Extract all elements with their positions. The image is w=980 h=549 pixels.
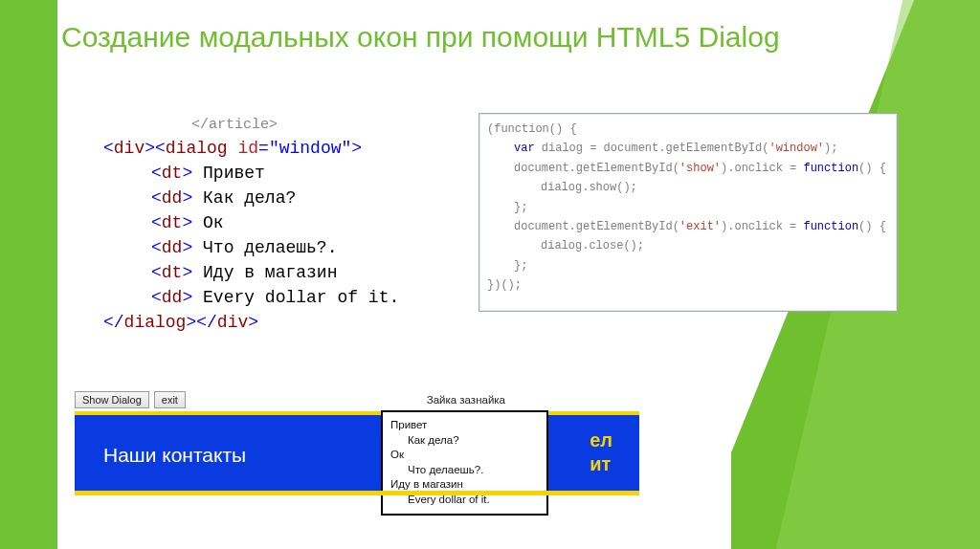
dialog-popup: Привет Как дела? Ок Что делаешь?. Иду в … — [381, 410, 548, 516]
show-dialog-button[interactable]: Show Dialog — [75, 391, 149, 408]
browser-preview: Show Dialog exit Зайка зазнайка Наши кон… — [75, 389, 639, 495]
banner-trail: елит — [590, 428, 612, 476]
code-line: <dt> Иду в магазин — [103, 260, 399, 285]
decoration-left — [0, 0, 57, 549]
dialog-dt: Иду в магазин — [390, 477, 539, 493]
code-line: dialog.close(); — [487, 236, 889, 255]
code-line: dialog.show(); — [487, 178, 889, 197]
code-line: <dd> Что делаешь?. — [103, 235, 399, 260]
code-line: </dialog></div> — [103, 310, 399, 335]
code-line: </article> — [103, 115, 399, 136]
dialog-dd: Every dollar of it. — [408, 493, 539, 508]
dialog-dd: Как дела? — [408, 433, 539, 449]
code-line: var dialog = document.getElementById('wi… — [487, 139, 889, 158]
code-line: (function() { — [487, 122, 577, 136]
code-line: }; — [487, 198, 889, 217]
dialog-dd: Что делаешь?. — [408, 463, 539, 478]
code-line: })(); — [487, 278, 522, 292]
code-line: <dt> Ок — [103, 210, 399, 235]
code-block-right: (function() { var dialog = document.getE… — [479, 113, 898, 312]
dialog-dt: Привет — [390, 418, 539, 433]
code-line: <div><dialog id="window"> — [103, 136, 399, 161]
dialog-dt: Ок — [390, 448, 539, 463]
banner-text: Наши контакты — [103, 444, 246, 467]
code-line: <dt> Привет — [103, 161, 399, 186]
code-line: <dd> Как дела? — [103, 186, 399, 210]
code-line: <dd> Every dollar of it. — [103, 285, 399, 310]
slide-container: Создание модальных окон при помощи HTML5… — [0, 0, 980, 549]
preview-toolbar: Show Dialog exit Зайка зазнайка — [75, 389, 639, 411]
code-block-left: </article> <div><dialog id="window"> <dt… — [103, 115, 399, 336]
preview-heading: Зайка зазнайка — [427, 394, 505, 406]
code-line: }; — [487, 256, 889, 275]
blue-banner: Наши контакты елит Привет Как дела? Ок Ч… — [75, 411, 639, 495]
slide-title: Создание модальных окон при помощи HTML5… — [61, 19, 780, 55]
exit-button[interactable]: exit — [154, 391, 186, 408]
code-line: document.getElementById('exit').onclick … — [487, 217, 889, 236]
code-line: document.getElementById('show').onclick … — [487, 159, 889, 178]
